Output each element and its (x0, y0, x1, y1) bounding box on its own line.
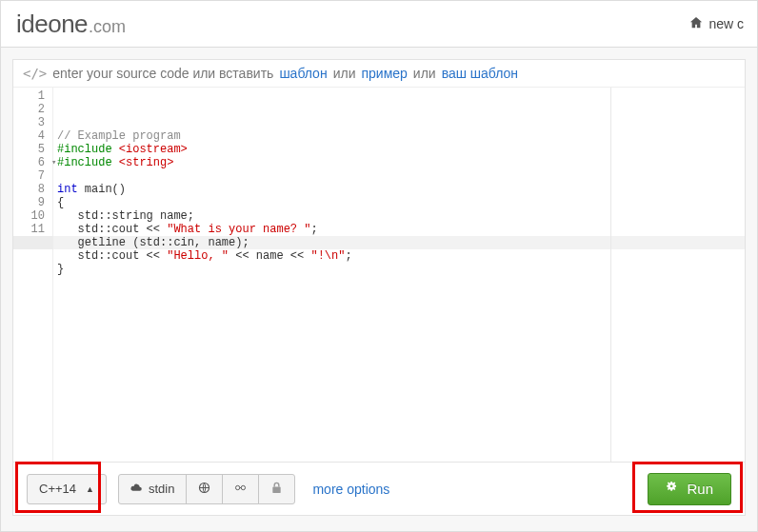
logo[interactable]: ideone .com (16, 10, 126, 39)
line-number: 8 (19, 183, 45, 196)
logo-brand: ideone (16, 10, 88, 39)
link-example[interactable]: пример (361, 66, 407, 81)
code-tag-icon: </> (23, 66, 47, 81)
line-gutter: 123456789101112 (13, 88, 53, 462)
code-line[interactable]: getline (std::cin, name); (57, 236, 741, 249)
cloud-icon (130, 482, 143, 497)
line-number: 3 (19, 116, 45, 129)
logo-tld: .com (89, 17, 126, 37)
new-code-link[interactable]: new c (708, 16, 744, 31)
line-number: 9 (19, 196, 45, 209)
prompt-or1: или (333, 66, 356, 81)
stdin-label: stdin (149, 482, 174, 496)
language-selector[interactable]: C++14 ▲ (27, 474, 107, 504)
line-number: 4 (19, 129, 45, 143)
svg-rect-3 (273, 486, 281, 492)
gears-icon (666, 481, 679, 497)
lock-icon (270, 482, 283, 497)
caret-up-icon: ▲ (86, 484, 94, 494)
code-line[interactable]: #include <iostream> (57, 143, 741, 156)
line-number: 7 (19, 169, 45, 183)
run-label: Run (687, 481, 713, 497)
footer-toolbar: C++14 ▲ stdin (13, 462, 745, 515)
glasses-button[interactable] (222, 474, 259, 504)
footer-left: C++14 ▲ stdin (27, 474, 389, 504)
code-line[interactable]: #include <string> (57, 156, 741, 169)
code-line[interactable]: std::string name; (57, 209, 741, 223)
line-number: 11 (19, 223, 45, 236)
globe-icon (198, 482, 210, 497)
lock-button[interactable] (258, 474, 295, 504)
prompt-lead: enter your source code или вставить (52, 66, 273, 81)
topbar: ideone .com new c (1, 1, 757, 48)
code-line[interactable]: { (57, 196, 741, 209)
line-number: 5 (19, 143, 45, 156)
line-number: 1 (19, 89, 45, 103)
line-number: 2 (19, 103, 45, 116)
top-right-nav[interactable]: new c (689, 16, 744, 32)
line-number: 10 (19, 209, 45, 223)
main-panel: </> enter your source code или вставить … (12, 59, 746, 516)
link-your-template[interactable]: ваш шаблон (442, 66, 518, 81)
code-line[interactable] (57, 276, 741, 289)
code-line[interactable]: } (57, 263, 741, 276)
link-template[interactable]: шаблон (279, 66, 327, 81)
glasses-icon (234, 482, 247, 497)
more-options-link[interactable]: more options (312, 482, 389, 497)
svg-point-1 (236, 485, 240, 489)
code-line[interactable]: std::cout << "What is your name? "; (57, 223, 741, 236)
language-label: C++14 (39, 482, 76, 496)
run-button[interactable]: Run (648, 473, 731, 505)
stdin-button[interactable]: stdin (118, 474, 187, 504)
line-number: 6 (19, 156, 45, 169)
code-line[interactable]: // Example program (57, 129, 741, 143)
code-line[interactable]: std::cout << "Hello, " << name << "!\n"; (57, 249, 741, 263)
code-area[interactable]: // Example program#include <iostream>#in… (53, 88, 745, 462)
visibility-button[interactable] (186, 474, 223, 504)
options-group: stdin (118, 474, 295, 504)
code-editor[interactable]: 123456789101112 // Example program#inclu… (13, 87, 745, 462)
prompt-row: </> enter your source code или вставить … (13, 60, 745, 87)
svg-point-2 (242, 485, 246, 489)
home-icon (689, 16, 703, 32)
prompt-or2: или (413, 66, 436, 81)
code-line[interactable] (57, 169, 741, 183)
code-line[interactable]: int main() (57, 183, 741, 196)
